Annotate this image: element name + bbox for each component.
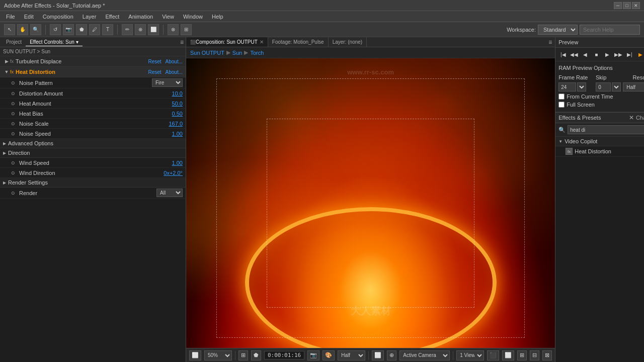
zoom-tool[interactable]: 🔍 (30, 24, 41, 35)
tab-sun-output-close[interactable]: ✕ (260, 39, 264, 45)
comp-zoom-select[interactable]: 50% 100% 25% (204, 350, 232, 360)
comp-grid-btn[interactable]: ⊞ (238, 350, 248, 360)
menu-window[interactable]: Window (179, 13, 207, 21)
comp-view-count-select[interactable]: 1 View 2 Views (456, 350, 484, 360)
menu-edit[interactable]: Edit (20, 13, 38, 21)
effect-heat-reset[interactable]: Reset (148, 69, 161, 75)
menu-animation[interactable]: Animation (124, 13, 157, 21)
effect-distortion-label: Distortion Amount (19, 90, 170, 97)
comp-snap-btn[interactable]: ⊟ (530, 350, 539, 360)
effects-category-video-copilot[interactable]: ▼ Video Copilot (555, 137, 644, 146)
effects-item-heat-distortion[interactable]: fx Heat Distortion (555, 146, 644, 157)
render-dropdown[interactable]: All Layer (156, 189, 183, 197)
star-tool[interactable]: ⬟ (76, 24, 87, 35)
tab-effect-controls[interactable]: Effect Controls: Sun ▾ (26, 38, 83, 46)
text-tool[interactable]: T (102, 24, 113, 35)
puppet-tool[interactable]: ⊞ (181, 24, 192, 35)
tab-layer[interactable]: Layer: (none) (329, 37, 367, 47)
comp-menu-icon[interactable]: ≡ (548, 39, 552, 46)
comp-alpha-btn[interactable]: ⬜ (372, 350, 384, 360)
workspace-select[interactable]: Standard (538, 25, 578, 35)
transport-to-start[interactable]: |◀ (558, 50, 568, 59)
comp-camera-btn[interactable]: 📷 (307, 350, 319, 360)
transport-step-fwd[interactable]: ▶▶ (614, 50, 623, 59)
clone-tool[interactable]: ⊕ (135, 24, 146, 35)
effect-noise-scale-value[interactable]: 167.0 (169, 121, 183, 127)
advanced-options-header[interactable]: ▶ Advanced Options (0, 139, 186, 148)
effect-noise-pattern-dropdown[interactable]: Fire Smooth Spiky (152, 78, 183, 87)
effect-heat-bias-value[interactable]: 0.50 (172, 111, 183, 117)
comp-panel-menu[interactable]: ≡ (545, 39, 555, 46)
ram-skip-unit[interactable]: ▾ (612, 82, 621, 92)
effect-noise-speed-value[interactable]: 1.00 (172, 131, 183, 137)
breadcrumb-sun[interactable]: Sun (232, 50, 243, 56)
transport-ram[interactable]: ▶ (636, 50, 644, 59)
tab-sun-output[interactable]: ⬛ Composition: Sun OUTPUT ✕ (186, 37, 268, 47)
ram-from-current-checkbox[interactable] (558, 94, 565, 100)
effect-heat-toggle[interactable]: ▼ (3, 68, 10, 75)
effect-heat-about[interactable]: About... (166, 69, 183, 75)
ram-framerate-unit[interactable]: ▾ (577, 82, 586, 92)
breadcrumb-torch[interactable]: Torch (250, 50, 264, 56)
comp-color-btn[interactable]: 🎨 (323, 350, 335, 360)
transport-play-back[interactable]: ◀ (581, 50, 590, 59)
menu-effect[interactable]: Effect (101, 13, 123, 21)
comp-3d-btn[interactable]: ⊕ (387, 350, 396, 360)
effects-close-x[interactable]: ✕ (629, 114, 634, 121)
ram-fullscreen-checkbox[interactable] (558, 102, 565, 108)
effect-turbulent-toggle[interactable]: ▶ (3, 58, 10, 65)
hand-tool[interactable]: ✋ (17, 24, 28, 35)
menu-layer[interactable]: Layer (78, 13, 101, 21)
comp-timeline-btn[interactable]: ⬜ (502, 350, 514, 360)
ram-skip-input[interactable] (596, 82, 611, 92)
transport-stop[interactable]: ■ (592, 50, 601, 59)
comp-render-btn[interactable]: ⬛ (487, 350, 499, 360)
center-panel: ⬛ Composition: Sun OUTPUT ✕ Footage: Mot… (186, 37, 555, 362)
transport-play[interactable]: ▶ (603, 50, 612, 59)
ram-resolution-select[interactable]: Half Full Quarter (623, 82, 644, 92)
menu-help[interactable]: Help (208, 13, 227, 21)
wind-direction-value[interactable]: 0x+2.0° (164, 170, 183, 176)
comp-mask-btn[interactable]: ⬟ (251, 350, 261, 360)
tab-project[interactable]: Project (2, 38, 26, 46)
render-icon: ⊙ (11, 191, 19, 196)
menu-file[interactable]: File (2, 13, 19, 21)
transport-step-back[interactable]: ◀◀ (570, 50, 579, 59)
effect-turbulent-reset[interactable]: Reset (148, 59, 161, 64)
roto-tool[interactable]: ⊗ (168, 24, 179, 35)
comp-resolution-select[interactable]: Half Full Quarter (338, 350, 365, 360)
character-tab[interactable]: Character (636, 115, 644, 121)
comp-view-select[interactable]: Active Camera Front Top (399, 350, 450, 360)
menu-view[interactable]: View (158, 13, 178, 21)
effect-turbulent-about[interactable]: About... (166, 59, 183, 64)
transport-to-end[interactable]: ▶| (625, 50, 634, 59)
comp-extra-btn[interactable]: ⊠ (542, 350, 552, 360)
rotate-tool[interactable]: ↺ (50, 24, 61, 35)
maximize-button[interactable]: □ (623, 2, 631, 9)
comp-current-time[interactable]: 0:00:01:16 (264, 351, 304, 359)
eraser-tool[interactable]: ⬜ (148, 24, 159, 35)
tab-footage[interactable]: Footage: Motion_Pulse (268, 37, 329, 47)
search-input[interactable] (580, 25, 640, 35)
close-button[interactable]: ✕ (632, 2, 640, 9)
minimize-button[interactable]: ─ (614, 2, 622, 9)
brush-tool[interactable]: ✏ (122, 24, 133, 35)
wind-speed-value[interactable]: 1.00 (172, 160, 183, 166)
select-tool[interactable]: ↖ (4, 24, 15, 35)
effect-heat-amount-value[interactable]: 50.0 (172, 101, 183, 107)
camera-tool[interactable]: 📷 (63, 24, 74, 35)
effects-search-input[interactable] (568, 125, 644, 134)
comp-flow-btn[interactable]: ⊞ (517, 350, 527, 360)
effect-distortion-value[interactable]: 10.0 (172, 90, 183, 97)
render-settings-header[interactable]: ▶ Render Settings (0, 178, 186, 188)
direction-header[interactable]: ▶ Direction (0, 148, 186, 158)
wind-direction-icon: ⊙ (11, 170, 19, 175)
pen-tool[interactable]: 🖊 (89, 24, 100, 35)
menu-composition[interactable]: Composition (39, 13, 77, 21)
comp-region-btn[interactable]: ⬜ (189, 350, 201, 360)
breadcrumb-sun-output[interactable]: Sun OUTPUT (190, 50, 224, 56)
ram-framerate-input[interactable] (558, 82, 576, 92)
left-panel-menu[interactable]: ≡ (180, 39, 184, 46)
heat-distortion-icon: fx (566, 148, 573, 155)
comp-tabs: ⬛ Composition: Sun OUTPUT ✕ Footage: Mot… (186, 37, 555, 47)
